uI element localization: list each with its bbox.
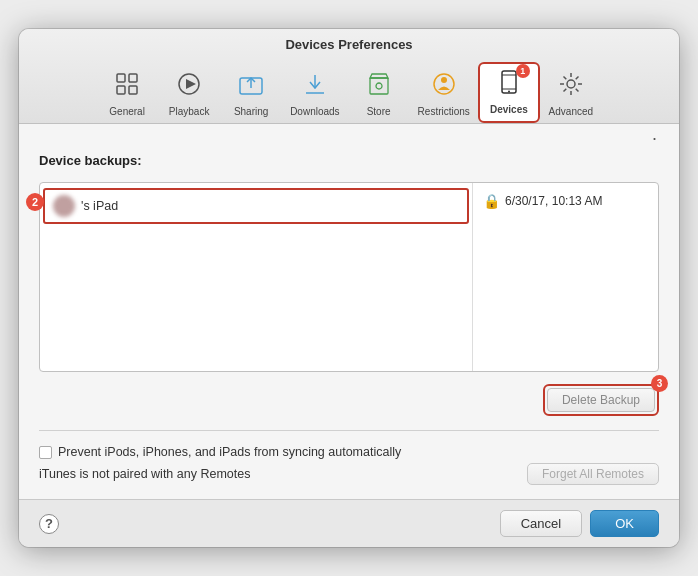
forget-remotes-button[interactable]: Forget All Remotes: [527, 463, 659, 485]
svg-line-25: [576, 77, 579, 80]
lock-icon: 🔒: [483, 193, 500, 209]
toolbar: General Playback: [19, 58, 679, 123]
toolbar-item-advanced[interactable]: Advanced: [540, 66, 602, 123]
svg-rect-2: [117, 86, 125, 94]
toolbar-item-devices[interactable]: 1 Devices: [478, 62, 540, 123]
delete-backup-button[interactable]: Delete Backup: [547, 388, 655, 412]
advanced-icon: [557, 70, 585, 103]
ok-button[interactable]: OK: [590, 510, 659, 537]
svg-point-11: [376, 83, 382, 89]
prevent-sync-row: Prevent iPods, iPhones, and iPads from s…: [39, 445, 659, 459]
backups-list-left: 2 's iPad: [40, 183, 473, 371]
svg-line-23: [563, 77, 566, 80]
prevent-sync-checkbox[interactable]: [39, 446, 52, 459]
preferences-window: Devices Preferences General: [19, 29, 679, 547]
section-label: Device backups:: [39, 153, 659, 168]
content-area: · Device backups: 2 's iPad 🔒 6/30/17, 1…: [19, 124, 679, 499]
store-icon: [365, 70, 393, 103]
device-name: 's iPad: [81, 199, 118, 213]
toolbar-item-downloads[interactable]: Downloads: [282, 66, 347, 123]
svg-point-17: [508, 91, 510, 93]
svg-rect-14: [502, 71, 516, 93]
titlebar: Devices Preferences General: [19, 29, 679, 124]
window-title: Devices Preferences: [19, 37, 679, 52]
svg-line-24: [576, 89, 579, 92]
svg-rect-10: [370, 78, 388, 94]
svg-line-26: [563, 89, 566, 92]
toolbar-item-restrictions[interactable]: Restrictions: [410, 66, 478, 123]
backups-table: 2 's iPad 🔒 6/30/17, 10:13 AM: [39, 182, 659, 372]
svg-point-13: [441, 77, 447, 83]
backups-list-right: 🔒 6/30/17, 10:13 AM: [473, 183, 658, 371]
backup-date-row: 🔒 6/30/17, 10:13 AM: [479, 186, 652, 216]
toolbar-item-sharing[interactable]: Sharing: [220, 66, 282, 123]
svg-rect-3: [129, 86, 137, 94]
general-icon: [113, 70, 141, 103]
devices-label: Devices: [490, 104, 528, 115]
sharing-icon: [237, 70, 265, 103]
general-label: General: [109, 106, 145, 117]
restrictions-icon: [430, 70, 458, 103]
advanced-label: Advanced: [549, 106, 593, 117]
footer: ? Cancel OK: [19, 499, 679, 547]
downloads-label: Downloads: [290, 106, 339, 117]
step-badge-3: 3: [651, 375, 668, 392]
remotes-row: iTunes is not paired with any Remotes Fo…: [39, 463, 659, 485]
dot-indicator: ·: [39, 134, 657, 143]
delete-backup-wrapper: Delete Backup 3: [543, 384, 659, 416]
backup-date: 6/30/17, 10:13 AM: [505, 194, 602, 208]
prevent-sync-label: Prevent iPods, iPhones, and iPads from s…: [58, 445, 401, 459]
step-badge-2: 2: [26, 193, 44, 211]
playback-label: Playback: [169, 106, 210, 117]
cancel-button[interactable]: Cancel: [500, 510, 582, 537]
delete-backup-box: Delete Backup: [543, 384, 659, 416]
svg-point-18: [567, 80, 575, 88]
sharing-label: Sharing: [234, 106, 268, 117]
devices-badge: 1: [516, 64, 530, 78]
playback-icon: [175, 70, 203, 103]
help-button[interactable]: ?: [39, 514, 59, 534]
backup-row[interactable]: 's iPad: [43, 188, 469, 224]
divider: [39, 430, 659, 431]
restrictions-label: Restrictions: [418, 106, 470, 117]
options-area: Prevent iPods, iPhones, and iPads from s…: [39, 445, 659, 485]
store-label: Store: [367, 106, 391, 117]
remotes-status-label: iTunes is not paired with any Remotes: [39, 467, 250, 481]
toolbar-item-playback[interactable]: Playback: [158, 66, 220, 123]
device-avatar: [53, 195, 75, 217]
downloads-icon: [301, 70, 329, 103]
delete-backup-area: Delete Backup 3: [39, 384, 659, 416]
footer-buttons: Cancel OK: [500, 510, 659, 537]
toolbar-item-general[interactable]: General: [96, 66, 158, 123]
svg-rect-0: [117, 74, 125, 82]
svg-marker-5: [186, 79, 196, 89]
toolbar-item-store[interactable]: Store: [348, 66, 410, 123]
svg-rect-1: [129, 74, 137, 82]
